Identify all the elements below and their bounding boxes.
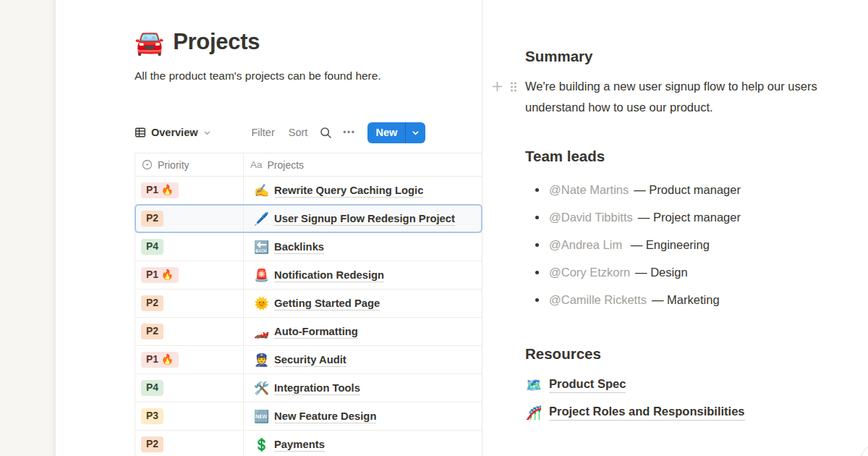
priority-cell[interactable]: P2 — [135, 431, 244, 456]
project-cell[interactable]: ✍️ Rewrite Query Caching Logic — [244, 177, 482, 204]
column-header-priority[interactable]: Priority — [135, 153, 244, 176]
team-lead-item: @David Tibbitts — Project manager — [525, 203, 741, 231]
project-page-panel: Summary We're building a new user signup… — [482, 0, 868, 456]
project-cell[interactable]: 👮 Security Audit — [244, 346, 482, 373]
project-cell[interactable]: 🔙 Backlinks — [244, 233, 482, 261]
project-page-icon: 🖊️ — [254, 213, 269, 225]
table-row[interactable]: P2 💲 Payments — [135, 431, 482, 456]
sort-button[interactable]: Sort — [289, 127, 308, 138]
project-page-icon: 🔙 — [254, 241, 269, 253]
bullet-dot — [535, 271, 539, 274]
database-toolbar: Overview Filter Sort ••• New — [135, 121, 425, 144]
chevron-down-icon — [203, 129, 211, 137]
priority-badge: P2 — [141, 436, 163, 452]
resources-heading: Resources — [525, 345, 601, 363]
bullet-dot — [535, 216, 539, 219]
search-icon[interactable] — [320, 127, 332, 139]
project-page-icon: 🛠️ — [254, 382, 269, 394]
priority-badge: P2 — [141, 295, 163, 311]
team-leads-list: @Nate Martins — Product manager @David T… — [525, 176, 741, 313]
drag-handle-icon[interactable] — [510, 81, 517, 93]
project-cell[interactable]: 💲 Payments — [244, 431, 482, 456]
project-cell[interactable]: 🌞 Getting Started Page — [244, 290, 482, 317]
more-options-button[interactable]: ••• — [343, 127, 355, 138]
table-row[interactable]: P1 🔥 ✍️ Rewrite Query Caching Logic — [135, 177, 482, 205]
team-lead-item: @Camille Ricketts — Marketing — [525, 286, 741, 313]
new-button-group: New — [367, 122, 425, 143]
project-page-link[interactable]: Integration Tools — [274, 382, 360, 394]
project-cell[interactable]: 🚨 Notification Redesign — [244, 261, 482, 289]
project-page-icon: 🌞 — [254, 297, 269, 310]
team-lead-item: @Cory Etzkorn — Design — [525, 258, 741, 286]
select-property-icon — [142, 159, 153, 170]
person-role: — Design — [635, 266, 687, 279]
table-row[interactable]: P1 🔥 🚨 Notification Redesign — [135, 261, 482, 290]
person-mention[interactable]: @Nate Martins — [549, 183, 629, 197]
priority-cell[interactable]: P2 — [135, 318, 244, 345]
priority-badge: P3 — [141, 408, 163, 424]
priority-cell[interactable]: P1 🔥 — [135, 346, 244, 373]
priority-badge: P1 🔥 — [141, 267, 179, 283]
project-page-link[interactable]: Notification Redesign — [274, 269, 384, 281]
project-page-link[interactable]: Backlinks — [274, 241, 324, 253]
table-row[interactable]: P4 🔙 Backlinks — [135, 233, 482, 261]
page-icon-car: 🚘 — [135, 30, 164, 54]
new-button[interactable]: New — [367, 122, 405, 143]
table-row[interactable]: P2 🏎️ Auto-Formatting — [135, 318, 482, 346]
table-header: Priority Aa Projects — [135, 153, 482, 177]
page-title: 🚘 Projects — [135, 29, 260, 55]
person-mention[interactable]: @Camille Ricketts — [549, 293, 647, 307]
column-header-projects[interactable]: Aa Projects — [244, 153, 482, 176]
view-tab-overview[interactable]: Overview — [135, 127, 211, 138]
project-page-link[interactable]: Getting Started Page — [274, 297, 380, 309]
resource-page-icon: 🗺️ — [525, 379, 542, 392]
person-mention[interactable]: @Cory Etzkorn — [549, 266, 630, 279]
person-mention[interactable]: @David Tibbitts — [549, 211, 633, 224]
add-block-icon[interactable] — [491, 80, 503, 93]
table-row[interactable]: P1 🔥 👮 Security Audit — [135, 346, 482, 374]
table-row[interactable]: P2 🌞 Getting Started Page — [135, 290, 482, 318]
priority-cell[interactable]: P4 — [135, 233, 244, 261]
table-row[interactable]: P4 🛠️ Integration Tools — [135, 374, 482, 402]
project-page-icon: ✍️ — [254, 185, 269, 197]
project-page-link[interactable]: Payments — [274, 439, 325, 450]
bullet-dot — [535, 188, 539, 192]
project-cell[interactable]: 🖊️ User Signup Flow Redesign Project — [244, 205, 482, 232]
priority-badge: P4 — [141, 239, 163, 255]
priority-badge: P1 🔥 — [141, 182, 179, 198]
block-handles — [491, 80, 517, 93]
priority-cell[interactable]: P3 — [135, 402, 244, 430]
project-page-link[interactable]: Auto-Formatting — [274, 326, 358, 337]
priority-badge: P4 — [141, 380, 163, 396]
project-page-link[interactable]: New Feature Design — [274, 410, 376, 422]
column-label: Priority — [158, 159, 190, 171]
project-cell[interactable]: 🆕 New Feature Design — [244, 402, 482, 430]
priority-cell[interactable]: P2 — [135, 290, 244, 317]
resource-page-link[interactable]: Project Roles and Responsibilities — [549, 405, 745, 421]
priority-cell[interactable]: P1 🔥 — [135, 177, 244, 204]
project-page-link[interactable]: Security Audit — [274, 354, 346, 366]
priority-cell[interactable]: P4 — [135, 374, 244, 402]
person-mention[interactable]: @Andrea Lim — [549, 238, 622, 252]
priority-badge: P2 — [141, 211, 163, 227]
project-cell[interactable]: 🏎️ Auto-Formatting — [244, 318, 482, 345]
project-page-link[interactable]: Rewrite Query Caching Logic — [274, 185, 423, 196]
new-button-dropdown[interactable] — [406, 122, 425, 143]
table-row[interactable]: P3 🆕 New Feature Design — [135, 402, 482, 431]
table-row[interactable]: P2 🖊️ User Signup Flow Redesign Project — [135, 205, 482, 233]
bullet-dot — [535, 298, 539, 302]
view-tab-label: Overview — [151, 127, 198, 138]
bullet-dot — [535, 243, 539, 247]
priority-cell[interactable]: P1 🔥 — [135, 261, 244, 289]
project-cell[interactable]: 🛠️ Integration Tools — [244, 374, 482, 402]
filter-button[interactable]: Filter — [252, 127, 275, 138]
projects-database-panel: 🚘 Projects All the product team's projec… — [56, 0, 482, 456]
resource-item[interactable]: 🎢 Project Roles and Responsibilities — [525, 399, 745, 426]
resource-item[interactable]: 🗺️ Product Spec — [525, 371, 745, 399]
resource-page-link[interactable]: Product Spec — [549, 377, 626, 393]
title-property-icon: Aa — [250, 159, 263, 170]
table-body: P1 🔥 ✍️ Rewrite Query Caching Logic P2 🖊… — [135, 177, 482, 456]
priority-cell[interactable]: P2 — [135, 205, 244, 232]
table-view-icon — [135, 127, 146, 138]
project-page-link[interactable]: User Signup Flow Redesign Project — [274, 213, 455, 224]
